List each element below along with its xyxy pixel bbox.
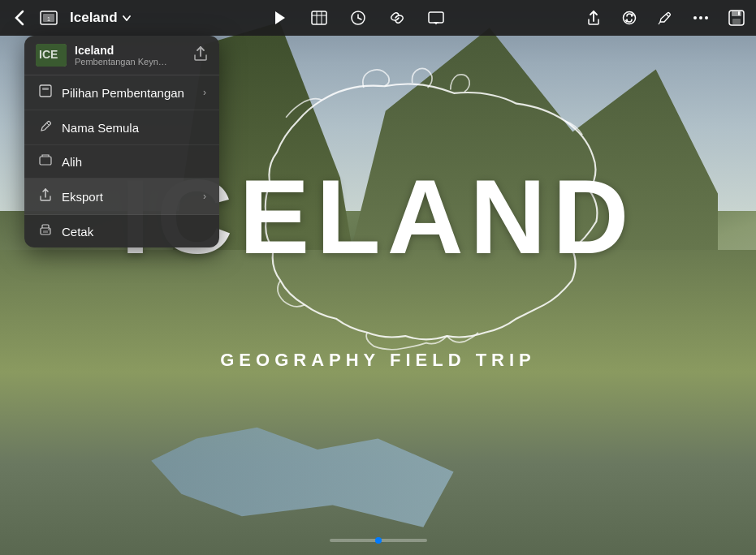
svg-rect-25 bbox=[40, 85, 51, 97]
file-upload-icon[interactable] bbox=[193, 45, 208, 66]
alih-label: Alih bbox=[62, 155, 82, 169]
collab-button[interactable] bbox=[616, 5, 642, 31]
share-button[interactable] bbox=[581, 5, 607, 31]
svg-rect-20 bbox=[732, 11, 741, 16]
svg-text:ICE: ICE bbox=[39, 48, 58, 61]
svg-point-16 bbox=[693, 16, 697, 19]
dropdown-item-nama[interactable]: Nama Semula bbox=[24, 110, 219, 145]
dropdown-item-cetak[interactable]: Cetak bbox=[24, 215, 219, 247]
save-button[interactable] bbox=[724, 5, 750, 31]
svg-line-14 bbox=[666, 14, 669, 17]
cetak-label: Cetak bbox=[62, 225, 93, 239]
top-bar: 1 Iceland bbox=[0, 0, 756, 36]
pilihan-icon bbox=[37, 84, 54, 101]
svg-line-9 bbox=[358, 18, 361, 19]
svg-point-47 bbox=[48, 229, 50, 230]
cetak-icon bbox=[37, 224, 54, 239]
svg-text:1: 1 bbox=[47, 16, 50, 22]
svg-point-17 bbox=[699, 16, 702, 19]
play-button[interactable] bbox=[267, 5, 293, 31]
present-button[interactable] bbox=[423, 5, 449, 31]
pilihan-chevron: › bbox=[203, 87, 206, 98]
title-chevron-icon bbox=[123, 15, 131, 21]
svg-rect-46 bbox=[43, 230, 48, 233]
bottom-bar bbox=[0, 526, 756, 555]
dropdown-main-menu: ICE Iceland Pembentangan Keyn… bbox=[24, 36, 219, 247]
svg-rect-22 bbox=[738, 11, 740, 15]
presentation-title: Iceland bbox=[70, 10, 118, 26]
eksport-label: Eksport bbox=[62, 190, 103, 204]
svg-rect-28 bbox=[40, 157, 51, 165]
title-dropdown-button[interactable]: Iceland bbox=[65, 6, 136, 29]
dropdown-item-alih[interactable]: Alih bbox=[24, 145, 219, 179]
svg-line-15 bbox=[659, 22, 660, 24]
slides-panel-button[interactable]: 1 bbox=[36, 5, 62, 31]
svg-line-27 bbox=[46, 123, 50, 126]
svg-rect-3 bbox=[312, 11, 326, 24]
clock-button[interactable] bbox=[345, 5, 371, 31]
dropdown-item-eksport[interactable]: Eksport › PDF bbox=[24, 179, 219, 215]
dropdown-item-pilihan[interactable]: Pilihan Pembentangan › bbox=[24, 75, 219, 110]
nama-icon bbox=[37, 119, 54, 136]
table-button[interactable] bbox=[306, 5, 332, 31]
svg-rect-26 bbox=[42, 88, 49, 90]
pilihan-label: Pilihan Pembentangan bbox=[62, 86, 184, 100]
file-name: Iceland bbox=[75, 44, 185, 57]
eksport-chevron: › bbox=[203, 191, 206, 202]
top-bar-right bbox=[581, 5, 750, 31]
draw-button[interactable] bbox=[652, 5, 678, 31]
svg-point-18 bbox=[705, 16, 708, 19]
link-button[interactable] bbox=[384, 5, 410, 31]
back-button[interactable] bbox=[6, 5, 32, 31]
file-info: Iceland Pembentangan Keyn… bbox=[75, 44, 185, 67]
nama-label: Nama Semula bbox=[62, 121, 139, 135]
file-thumbnail: ICE bbox=[36, 44, 67, 67]
dropdown-menu: ICE Iceland Pembentangan Keyn… bbox=[24, 36, 219, 247]
top-bar-center bbox=[267, 5, 449, 31]
more-button[interactable] bbox=[688, 5, 714, 31]
svg-rect-10 bbox=[429, 12, 443, 23]
slide-indicator-dot bbox=[375, 537, 382, 544]
top-bar-left: 1 Iceland bbox=[6, 5, 136, 31]
eksport-icon bbox=[37, 187, 54, 205]
alih-icon bbox=[37, 154, 54, 169]
slide-indicator bbox=[330, 539, 427, 542]
svg-rect-21 bbox=[732, 19, 741, 24]
file-subtitle: Pembentangan Keyn… bbox=[75, 57, 185, 67]
dropdown-file-header: ICE Iceland Pembentangan Keyn… bbox=[24, 36, 219, 75]
